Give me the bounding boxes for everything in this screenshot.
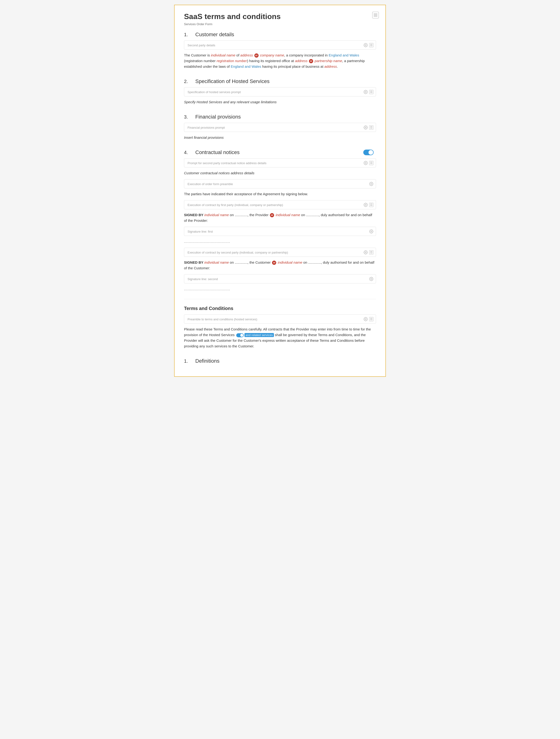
doc-icon-4[interactable] (369, 161, 374, 165)
var-individual-name-signed-3[interactable]: individual name (204, 260, 229, 264)
svg-point-5 (365, 204, 366, 205)
gear-icon-7[interactable] (369, 229, 374, 234)
svg-point-7 (365, 252, 366, 253)
doc-icon-3[interactable] (369, 125, 374, 130)
var-reg-number[interactable]: registration number (217, 59, 247, 63)
doc-icon-1[interactable] (369, 43, 374, 47)
signature-first-actions (369, 229, 374, 234)
var-company-name[interactable]: company name (260, 53, 284, 57)
var-address-3[interactable]: address (324, 64, 337, 68)
document-section-label: Services Order Form (184, 22, 376, 26)
gear-icon-5[interactable] (369, 182, 374, 186)
or-badge-1: or (254, 53, 259, 57)
text-incorporated: , a company incorporated in (284, 53, 329, 57)
svg-point-2 (365, 127, 366, 128)
signature-second-label: Signature line: second (187, 277, 218, 281)
gear-icon-2[interactable] (364, 90, 368, 94)
page-title: SaaS terms and conditions (184, 12, 376, 21)
text-reg-close: ) having its registered office at (247, 59, 295, 63)
preamble-prompt: Preamble to terms and conditions (hosted… (184, 314, 376, 324)
hosted-services-content: Specify Hosted Services and any relevant… (184, 98, 376, 108)
financial-provisions-label: Financial provisions prompt (187, 126, 225, 129)
execution-second-prompt: Execution of contract by second party (i… (184, 248, 376, 257)
link-england-wales-2[interactable]: England and Wales (231, 64, 261, 68)
signature-first-prompt: Signature line: first (184, 227, 376, 236)
section-2-title: Specification of Hosted Services (195, 78, 270, 85)
execution-second-actions (364, 250, 374, 255)
gear-icon-8[interactable] (364, 250, 368, 255)
text-principal: having its principal place of business a… (261, 64, 324, 68)
text-of: of (235, 53, 240, 57)
section-3-header: 3. Financial provisions (184, 114, 376, 120)
link-england-wales-1[interactable]: England and Wales (329, 53, 359, 57)
second-party-details-prompt: Second party details (184, 40, 376, 50)
signed-by-prefix-1: SIGNED BY (184, 213, 204, 217)
doc-icon-2[interactable] (369, 90, 374, 94)
gear-icon-4[interactable] (364, 161, 368, 165)
signature-second-prompt: Signature line: second (184, 274, 376, 283)
execution-preamble-actions (369, 182, 374, 186)
highlight-related-services: and related services (245, 333, 274, 337)
financial-provisions-text: Insert financial provisions (184, 136, 224, 139)
var-individual-name-signed-1[interactable]: individual name (204, 213, 229, 217)
text-period-1: . (337, 64, 338, 68)
svg-point-8 (371, 278, 372, 279)
section-3-title: Financial provisions (195, 114, 241, 120)
signed-on-3: on ............., the Customer (229, 260, 272, 264)
contractual-notice-text: Customer contractual notices address det… (184, 171, 254, 175)
gear-icon-6[interactable] (364, 203, 368, 207)
financial-provisions-prompt: Financial provisions prompt (184, 123, 376, 132)
second-party-actions (364, 43, 374, 47)
svg-point-3 (365, 162, 366, 163)
customer-paragraph: The Customer is individual name of addre… (184, 51, 376, 73)
hosted-services-label: Specification of hosted services prompt (187, 90, 241, 94)
document-icon-top[interactable] (372, 12, 379, 18)
execution-preamble-label: Execution of order form preamble (187, 182, 233, 186)
execution-preamble-text: The parties have indicated their accepta… (184, 192, 308, 196)
contractual-notice-prompt: Prompt for second party contractual noti… (184, 158, 376, 167)
var-individual-name-signed-4[interactable]: individual name (278, 260, 302, 264)
gear-icon-9[interactable] (369, 277, 374, 281)
var-partnership-name[interactable]: partnership name (315, 59, 342, 63)
var-address-1[interactable]: address (240, 53, 253, 57)
gear-icon-10[interactable] (364, 317, 368, 321)
execution-preamble-content: The parties have indicated their accepta… (184, 190, 376, 200)
execution-preamble-prompt: Execution of order form preamble (184, 179, 376, 188)
svg-point-6 (371, 231, 372, 232)
contractual-notice-label: Prompt for second party contractual noti… (187, 161, 266, 165)
var-address-2[interactable]: address (295, 59, 307, 63)
section-1-header: 1. Customer details (184, 31, 376, 38)
doc-icon-10[interactable] (369, 317, 374, 321)
svg-point-0 (365, 44, 366, 46)
section-divider (184, 299, 376, 299)
svg-point-4 (371, 183, 372, 184)
or-badge-signed-2: or (272, 261, 276, 265)
inline-toggle-services[interactable] (236, 333, 244, 337)
signature-second-actions (369, 277, 374, 281)
section-4-toggle[interactable] (363, 150, 374, 155)
svg-point-9 (365, 318, 366, 320)
preamble-actions (364, 317, 374, 321)
preamble-label: Preamble to terms and conditions (hosted… (187, 317, 257, 321)
var-individual-name-signed-2[interactable]: individual name (276, 213, 300, 217)
execution-second-label: Execution of contract by second party (i… (187, 251, 288, 254)
signed-by-first-content: SIGNED BY individual name on ...........… (184, 211, 376, 227)
var-individual-name-1[interactable]: individual name (211, 53, 235, 57)
section-3-number: 3. (184, 114, 195, 120)
contractual-notice-actions (364, 161, 374, 165)
hosted-services-actions (364, 90, 374, 94)
execution-first-actions (364, 203, 374, 207)
or-badge-2: or (309, 59, 313, 63)
doc-icon-6[interactable] (369, 203, 374, 207)
signed-by-prefix-2: SIGNED BY (184, 260, 204, 264)
signature-dotted-1: ...................................... (184, 239, 376, 244)
hosted-services-text: Specify Hosted Services and any relevant… (184, 100, 277, 104)
section-4-header: 4. Contractual notices (184, 149, 376, 155)
section-1-title: Customer details (195, 31, 234, 38)
gear-icon-1[interactable] (364, 43, 368, 47)
doc-icon-8[interactable] (369, 250, 374, 255)
section-4-number: 4. (184, 150, 195, 155)
gear-icon-3[interactable] (364, 125, 368, 130)
dotted-line-first: ...................................... (184, 238, 376, 248)
text-before-1: The Customer is (184, 53, 211, 57)
